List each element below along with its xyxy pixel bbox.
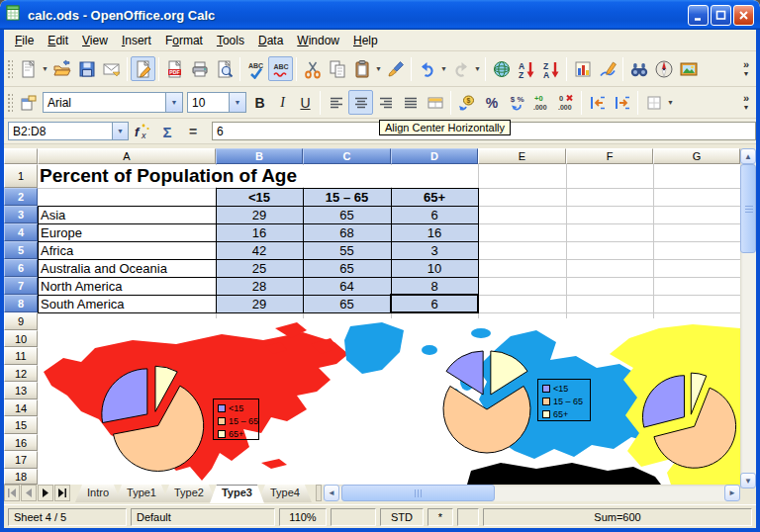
edit-file-button[interactable] <box>131 56 155 81</box>
row-header-14[interactable]: 14 <box>4 399 38 416</box>
gallery-button[interactable] <box>676 56 701 81</box>
currency-format-button[interactable]: $ <box>454 90 479 115</box>
toolbar-overflow-button[interactable]: »▼ <box>738 59 756 78</box>
column-header-D[interactable]: D <box>391 148 478 164</box>
decrease-indent-button[interactable] <box>585 90 610 115</box>
row-header-5[interactable]: 5 <box>4 241 38 259</box>
active-cell-D8[interactable] <box>390 294 479 313</box>
menu-data[interactable]: Data <box>251 32 290 49</box>
draw-functions-button[interactable] <box>595 56 619 81</box>
open-button[interactable] <box>49 56 74 81</box>
menu-view[interactable]: View <box>75 32 115 49</box>
region-label-cell[interactable]: North America <box>38 277 216 295</box>
value-cell[interactable]: 16 <box>391 223 478 241</box>
column-header-E[interactable]: E <box>478 148 566 164</box>
region-label-cell[interactable]: Europe <box>38 223 216 241</box>
sum-button[interactable]: Σ <box>155 121 179 142</box>
table-column-header[interactable]: 15 – 65 <box>303 188 391 206</box>
sheet-tab-type1[interactable]: Type1 <box>115 485 168 502</box>
sheet-tab-intro[interactable]: Intro <box>75 485 121 502</box>
save-button[interactable] <box>74 56 99 81</box>
delete-decimal-button[interactable]: 0.000 <box>553 90 578 115</box>
row-header-6[interactable]: 6 <box>4 259 38 277</box>
sort-ascending-button[interactable]: AZ <box>514 56 538 81</box>
row-header-7[interactable]: 7 <box>4 277 38 295</box>
find-replace-button[interactable] <box>626 56 651 81</box>
region-label-cell[interactable]: Australia and Oceania <box>38 259 216 277</box>
spellcheck-button[interactable]: ABC <box>243 56 268 81</box>
function-wizard-button[interactable]: fx <box>130 121 153 142</box>
cut-button[interactable] <box>300 56 325 81</box>
toolbar-grip[interactable] <box>6 92 13 114</box>
value-cell[interactable]: 6 <box>391 206 478 223</box>
row-header-4[interactable]: 4 <box>4 223 38 241</box>
dropdown-arrow[interactable]: ▼ <box>41 65 49 72</box>
font-size-combo[interactable]: 10▼ <box>187 92 246 113</box>
menu-insert[interactable]: Insert <box>115 32 158 49</box>
tab-splitter[interactable] <box>316 485 322 501</box>
redo-button[interactable] <box>448 56 473 81</box>
horizontal-scroll-thumb[interactable] <box>341 485 495 501</box>
sheet-tab-type4[interactable]: Type4 <box>258 485 312 502</box>
row-header-12[interactable]: 12 <box>4 365 38 382</box>
world-map-chart[interactable] <box>38 318 740 485</box>
chart-legend[interactable]: <1515 – 6565+ <box>537 379 591 421</box>
insert-mode-indicator[interactable] <box>331 508 376 526</box>
increase-indent-button[interactable] <box>610 90 634 115</box>
selection-mode-indicator[interactable]: STD <box>380 508 424 526</box>
dropdown-arrow[interactable]: ▼ <box>439 65 448 72</box>
bold-button[interactable]: B <box>248 91 271 114</box>
column-header-A[interactable]: A <box>38 148 216 164</box>
sort-descending-button[interactable]: ZA <box>538 56 563 81</box>
value-cell[interactable]: 10 <box>391 259 478 277</box>
row-header-9[interactable]: 9 <box>4 312 38 330</box>
value-cell[interactable]: 29 <box>216 295 303 312</box>
email-button[interactable] <box>99 56 124 81</box>
styles-window-button[interactable] <box>16 90 41 115</box>
row-header-17[interactable]: 17 <box>4 451 38 469</box>
font-name-combo[interactable]: Arial▼ <box>43 92 183 113</box>
previous-sheet-button[interactable] <box>21 485 37 501</box>
page-style-indicator[interactable]: Default <box>131 508 275 526</box>
row-header-8[interactable]: 8 <box>4 295 38 312</box>
dropdown-arrow[interactable]: ▼ <box>374 65 383 72</box>
underline-button[interactable]: U <box>294 91 317 114</box>
last-sheet-button[interactable] <box>54 485 70 501</box>
title-cell[interactable]: Percent of Population of Age <box>40 165 476 187</box>
value-cell[interactable]: 68 <box>303 223 391 241</box>
vertical-scroll-thumb[interactable] <box>740 164 756 253</box>
row-header-13[interactable]: 13 <box>4 382 38 399</box>
print-button[interactable] <box>187 56 212 81</box>
combo-dropdown-arrow[interactable]: ▼ <box>229 93 245 112</box>
chart-legend[interactable]: <1515 – 6565+ <box>213 399 259 440</box>
table-column-header[interactable]: 65+ <box>391 188 478 206</box>
align-right-button[interactable] <box>373 90 398 115</box>
value-cell[interactable]: 8 <box>391 277 478 295</box>
page-preview-button[interactable] <box>212 56 237 81</box>
close-button[interactable] <box>733 5 754 26</box>
value-cell[interactable]: 25 <box>216 259 303 277</box>
next-sheet-button[interactable] <box>38 485 53 501</box>
value-cell[interactable]: 65 <box>303 206 391 223</box>
name-box-dropdown[interactable]: ▼ <box>112 123 128 139</box>
row-header-3[interactable]: 3 <box>4 206 38 223</box>
column-header-B[interactable]: B <box>216 148 303 164</box>
toolbar-grip[interactable] <box>6 58 13 80</box>
zoom-indicator[interactable]: 110% <box>279 508 327 526</box>
value-cell[interactable]: 29 <box>216 206 303 223</box>
scroll-down-button[interactable]: ▼ <box>740 473 756 488</box>
chart-button[interactable] <box>570 56 595 81</box>
sheet-tab-type2[interactable]: Type2 <box>162 485 216 502</box>
row-header-16[interactable]: 16 <box>4 434 38 451</box>
maximize-button[interactable] <box>711 5 731 26</box>
italic-button[interactable]: I <box>271 91 294 114</box>
value-cell[interactable]: 28 <box>216 277 303 295</box>
first-sheet-button[interactable] <box>4 485 20 501</box>
format-paintbrush-button[interactable] <box>383 56 408 81</box>
add-decimal-button[interactable]: +0.000 <box>528 90 553 115</box>
menu-help[interactable]: Help <box>346 32 385 49</box>
value-cell[interactable]: 65 <box>303 295 391 312</box>
minimize-button[interactable] <box>688 5 709 26</box>
menu-edit[interactable]: Edit <box>41 32 75 49</box>
column-header-F[interactable]: F <box>566 148 653 164</box>
